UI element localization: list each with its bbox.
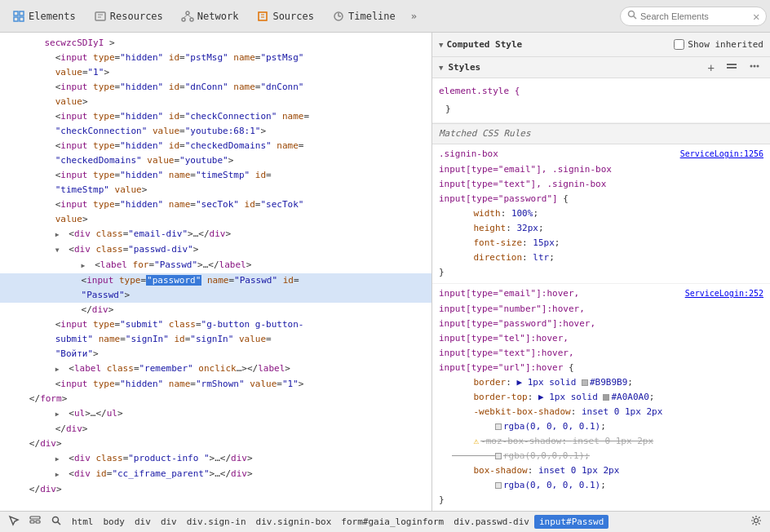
tab-elements-label: Elements [29,11,76,22]
dom-line[interactable]: <div class="passwd-div"> [0,242,431,258]
dom-line[interactable]: <label for="Passwd">…</label> [0,258,431,273]
rule2-prop-border: border: ▶ 1px solid #B9B9B9; [439,375,763,390]
more-tabs-button[interactable]: » [405,7,423,25]
expand-icon[interactable] [55,228,64,242]
svg-rect-26 [30,521,34,523]
dom-line: <input type="hidden" id="pstMsg" name="p… [0,51,431,65]
dom-line: <input type="hidden" name="rmShown" valu… [0,377,431,392]
dom-line: value> [0,95,431,109]
tab-resources-label: Resources [110,11,163,22]
breadcrumb-div-passwd-div[interactable]: div.passwd-div [449,515,534,529]
more-style-options-button[interactable] [746,59,763,76]
expand-icon[interactable] [55,362,64,376]
expand-icon[interactable] [82,259,90,273]
expand-icon[interactable] [55,468,64,481]
dom-line[interactable]: <ul>…</ul> [0,406,431,422]
color-swatch-rgba3[interactable] [495,482,502,489]
dom-line[interactable]: <div class="email-div">…</div> [0,227,431,242]
search-elements-icon[interactable] [46,513,67,530]
breadcrumb-div1[interactable]: div [130,515,156,529]
tab-sources[interactable]: Sources [247,4,323,29]
color-swatch-b9b9b9[interactable] [582,379,588,386]
warning-icon: ⚠ [474,436,480,446]
tab-network-label: Network [197,11,239,22]
dom-line[interactable]: <div class="product-info ">…</div> [0,451,431,467]
rule1-prop-width: width: 100%; [439,206,763,221]
breadcrumb-html[interactable]: html [67,515,99,529]
dom-line: <input type="hidden" id="checkedDomains"… [0,139,431,153]
tab-network[interactable]: Network [172,4,248,29]
tab-elements[interactable]: Elements [3,4,85,29]
styles-triangle-icon: ▼ [439,64,443,72]
breadcrumb-form-gaia[interactable]: form#gaia_loginform [336,515,449,529]
collapse-icon[interactable] [55,243,64,257]
svg-point-22 [750,65,753,68]
rule1-extra-sel1: input[type="email"], .signin-box [439,162,763,177]
svg-rect-25 [30,516,40,519]
svg-rect-20 [727,64,737,65]
settings-icon[interactable] [746,513,767,530]
svg-rect-2 [14,17,18,21]
svg-point-30 [755,519,759,523]
dom-icon[interactable] [24,513,46,530]
svg-rect-21 [727,67,737,69]
element-style-close: } [439,100,763,119]
svg-point-8 [182,18,185,21]
dom-line: <input type="hidden" id="dnConn" name="d… [0,80,431,95]
breadcrumb-div2[interactable]: div [156,515,182,529]
search-input[interactable] [640,11,753,21]
rule1-prop-fontsize: font-size: 15px; [439,236,763,250]
select-element-icon[interactable] [3,513,24,530]
rule1-source[interactable]: ServiceLogin:1256 [680,148,763,161]
dom-tree[interactable]: secwzcSDIyI > <input type="hidden" id="p… [0,33,431,511]
computed-title-text: Computed Style [446,39,522,50]
dom-line: secwzcSDIyI > [0,36,431,51]
rule2-prop-webkit-shadow-val: rgba(0, 0, 0, 0.1); [439,419,763,434]
rule2-prop-box-shadow-val: rgba(0, 0, 0, 0.1); [439,478,763,493]
rule2-selector: input[type="email"]:hover, ServiceLogin:… [439,287,763,300]
main-content: secwzcSDIyI > <input type="hidden" id="p… [0,33,770,511]
expand-icon[interactable] [55,452,64,466]
rule1-extra-sel2: input[type="text"], .signin-box [439,177,763,192]
color-swatch-rgba1[interactable] [495,423,502,430]
styles-panel: ▼ Computed Style Show inherited ▼ Styles… [432,33,770,511]
svg-rect-0 [14,11,18,16]
svg-rect-3 [20,17,24,21]
rule2-prop-moz-shadow-val: rgba(0,0,0,0.1); [439,449,763,463]
dom-line: <input type="hidden" name="timeStmp" id= [0,168,431,183]
rule2-prop-border-top: border-top: ▶ 1px solid #A0A0A0; [439,390,763,405]
dom-line-selected-cont[interactable]: "Passwd"> [0,288,431,303]
dom-line: "Войти"> [0,347,431,361]
rule1-prop-direction: direction: ltr; [439,250,763,265]
breadcrumb-input-passwd[interactable]: input#Passwd [534,515,608,529]
dom-line[interactable]: <label class="remember" onclick…></label… [0,361,431,377]
rule2-extra-sel2: input[type="password"]:hover, [439,317,763,331]
styles-content: element.style { } Matched CSS Rules .sig… [432,78,770,511]
add-style-button[interactable]: + [705,60,718,76]
breadcrumb-body[interactable]: body [99,515,131,529]
breadcrumb: html body div div div.sign-in div.signin… [0,511,770,532]
dom-line: "checkedDomains" value="youtube"> [0,153,431,168]
dom-line: </div> [0,422,431,437]
rule2-prop-box-shadow: box-shadow: inset 0 1px 2px [439,463,763,478]
expand-icon[interactable] [55,407,64,421]
svg-rect-4 [95,12,105,20]
breadcrumb-div-sign-in[interactable]: div.sign-in [182,515,251,529]
tab-resources[interactable]: Resources [85,4,172,29]
color-swatch-a0a0a0[interactable] [603,394,609,401]
rule1-close-brace: } [439,265,763,280]
dom-line: "checkConnection" value="youtube:68:1"> [0,124,431,139]
rule2-extra-sel1: input[type="number"]:hover, [439,302,763,317]
show-inherited-checkbox[interactable] [674,39,684,50]
breadcrumb-div-signin-box[interactable]: div.signin-box [251,515,337,529]
toggle-style-button[interactable] [723,59,741,76]
tab-timeline[interactable]: Timeline [323,4,405,29]
svg-rect-27 [36,521,40,523]
dom-line[interactable]: <div id="cc_iframe_parent">…</div> [0,467,431,482]
show-inherited-container: Show inherited [674,39,763,50]
search-clear-icon[interactable]: ✕ [753,10,759,23]
rule2-source[interactable]: ServiceLogin:252 [685,287,763,300]
dom-line: "timeStmp" value> [0,183,431,197]
color-swatch-rgba2[interactable] [495,453,502,459]
dom-line-selected[interactable]: <input type="password" name="Passwd" id= [0,273,431,288]
